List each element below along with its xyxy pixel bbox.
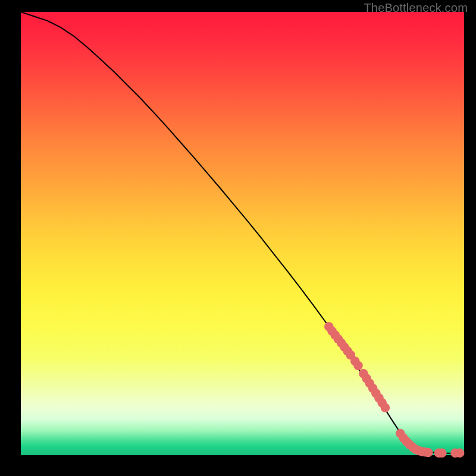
data-point <box>353 361 363 371</box>
chart-frame: TheBottleneck.com <box>0 0 476 476</box>
data-point <box>424 448 433 458</box>
points-layer <box>324 322 464 458</box>
data-point <box>437 448 447 458</box>
curve-layer <box>21 12 464 453</box>
data-point <box>455 448 465 458</box>
plot-area <box>21 12 464 455</box>
bottleneck-curve <box>21 12 464 453</box>
data-point <box>381 403 390 412</box>
chart-svg <box>21 12 464 455</box>
